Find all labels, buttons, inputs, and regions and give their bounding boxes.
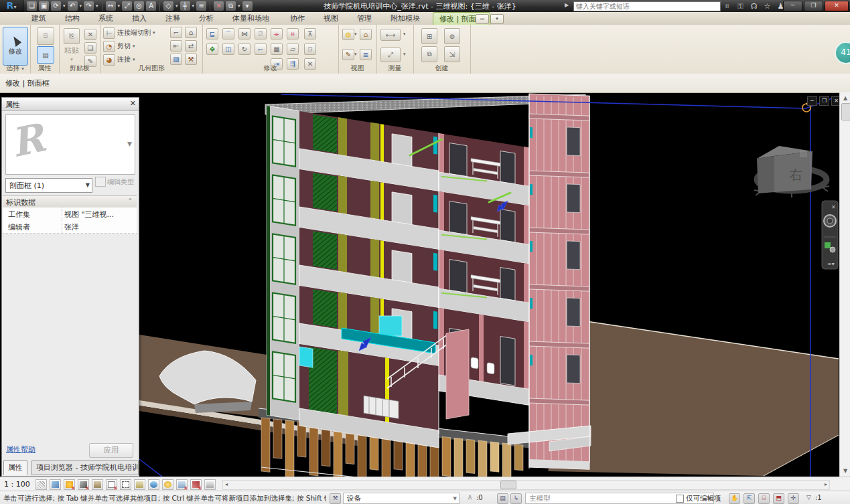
measure-tool-icon[interactable]: ⟷ — [380, 29, 401, 41]
switch-join-order-icon[interactable]: ⇄ — [185, 40, 197, 52]
family-properties-icon[interactable]: ⌸ — [37, 27, 54, 45]
exclude-options-icon[interactable]: ↳ — [510, 493, 522, 504]
mirror-draw-axis-icon[interactable]: ⍁ — [255, 28, 267, 39]
trim-extend-corner-icon[interactable]: ⌐ — [255, 44, 267, 55]
show-rendering-dialog-icon[interactable] — [92, 479, 103, 490]
infocenter-expand-icon[interactable]: ▶ — [565, 2, 569, 8]
measure-icon[interactable]: ↔ — [106, 1, 116, 11]
hidden-lines-icon[interactable]: ≣ — [360, 49, 372, 60]
panel-select-label[interactable]: 选择 ▾ — [0, 64, 30, 73]
tab-view[interactable]: 视图 — [317, 12, 344, 25]
select-by-face-icon[interactable]: ⬒ — [773, 493, 784, 504]
view-restore-icon[interactable]: ❐ — [819, 96, 829, 106]
subscription-center-icon[interactable]: ⚿ — [735, 1, 746, 11]
visual-style-icon[interactable] — [50, 479, 61, 490]
scroll-down-icon[interactable]: ▼ — [840, 466, 850, 476]
tab-massing-site[interactable]: 体量和场地 — [226, 12, 275, 25]
paintbrush-icon[interactable]: ✎ — [342, 49, 354, 60]
create-parts-icon[interactable]: ⧉ — [421, 46, 437, 62]
cope-button[interactable]: ⊢连接端切割▾ — [103, 27, 155, 39]
copy-icon[interactable]: ❏ — [84, 42, 96, 54]
reveal-hidden-elements-icon[interactable] — [162, 479, 173, 490]
tab-manage[interactable]: 管理 — [351, 12, 378, 25]
switch-windows-icon[interactable]: ⧉ — [226, 1, 236, 11]
properties-toggle-icon[interactable]: ▤ — [37, 46, 54, 64]
favorites-icon[interactable]: ☆ — [762, 1, 772, 11]
thin-lines-icon[interactable]: ≡ — [196, 1, 206, 11]
viewcube[interactable]: 右 — [754, 146, 829, 197]
aligned-dimension-icon[interactable]: ⤢ — [122, 1, 132, 11]
navbar-close-icon[interactable]: ✕ — [831, 204, 836, 210]
rotate-icon[interactable]: ↻ — [238, 44, 251, 55]
scroll-right-icon[interactable]: ▸ — [825, 481, 827, 488]
type-selector[interactable]: 剖面框 (1) ▼ — [5, 178, 92, 193]
close-button[interactable]: ✕ — [825, 1, 849, 11]
tab-architecture[interactable]: 建筑 — [25, 12, 52, 25]
scale-icon[interactable]: ▱ — [287, 44, 299, 55]
edit-type-button[interactable]: 编辑类型 — [95, 177, 137, 193]
reveal-constraints-icon[interactable] — [204, 479, 216, 490]
unpin-icon[interactable]: ⊼ — [304, 28, 316, 39]
horizontal-scrollbar-thumb[interactable] — [500, 481, 516, 489]
facade-west[interactable] — [267, 106, 299, 420]
select-pinned-icon[interactable]: ⍈ — [758, 493, 770, 504]
copy-element-icon[interactable]: ◫ — [222, 44, 234, 55]
text-icon[interactable]: A — [146, 1, 156, 11]
communication-center-icon[interactable]: ☊ — [749, 1, 759, 11]
properties-help-link[interactable]: 属性帮助 — [6, 444, 36, 454]
close-inactive-views-icon[interactable]: ✕ — [214, 1, 224, 11]
tab-addins[interactable]: 附加模块 — [384, 12, 426, 25]
apply-button[interactable]: 应用 — [89, 443, 133, 458]
selection-count[interactable]: :1 — [815, 494, 822, 501]
move-icon[interactable]: ✥ — [206, 44, 218, 55]
sync-with-central-icon[interactable]: ⟳ — [51, 1, 61, 11]
ribbon-state-toggle-icon[interactable]: ▭ — [476, 14, 489, 24]
infocenter-search-input[interactable] — [573, 1, 721, 11]
pin-icon[interactable]: ⍈ — [304, 44, 316, 55]
paste-button[interactable]: ⎘ 粘贴▾ — [62, 27, 82, 62]
mirror-pick-axis-icon[interactable]: ⋈ — [238, 28, 251, 39]
properties-palette-header[interactable]: 属性 ✕ — [2, 98, 139, 111]
vertical-scrollbar[interactable]: ▲ ▼ — [839, 92, 850, 477]
search-icon[interactable]: ⌗ — [722, 1, 732, 11]
viewcube-left-face[interactable] — [757, 156, 774, 193]
offset-icon[interactable]: ⌒ — [222, 28, 234, 39]
sun-path-icon[interactable]: ✕ — [64, 479, 75, 490]
split-with-gap-icon[interactable]: ⌗ — [287, 28, 299, 39]
vertical-scrollbar-thumb[interactable] — [841, 103, 850, 120]
customize-quick-access-icon[interactable]: ▾ — [242, 1, 253, 11]
navigation-bar[interactable]: ✕ ≡▾ — [822, 201, 838, 269]
section-cut-left-zone[interactable] — [299, 111, 439, 448]
redo-icon[interactable]: ↷ — [84, 1, 94, 11]
minimize-button[interactable]: ─ — [783, 1, 802, 11]
zoom-icon[interactable] — [825, 242, 831, 248]
view-minimize-icon[interactable]: ─ — [807, 96, 817, 106]
active-workset-select[interactable]: 设备▼ — [343, 493, 459, 504]
array-icon[interactable]: ▦ — [271, 44, 283, 55]
restore-button[interactable]: ❐ — [804, 1, 823, 11]
view-close-icon[interactable]: ✕ — [831, 96, 839, 106]
tab-systems[interactable]: 系统 — [92, 12, 119, 25]
select-underlay-icon[interactable]: ⇱ — [743, 493, 755, 504]
temporary-view-properties-icon[interactable]: ✕ — [176, 479, 188, 490]
wall-joins-icon[interactable]: ⌂ — [185, 27, 197, 38]
ribbon-state-dropdown-icon[interactable]: ▾ — [490, 14, 504, 24]
tab-annotate[interactable]: 注释 — [159, 12, 186, 25]
section-icon[interactable]: ╪ — [180, 1, 190, 11]
default-3d-view-icon[interactable]: ◇ — [163, 1, 173, 11]
undo-icon[interactable]: ↶ — [68, 1, 78, 11]
horizontal-scrollbar[interactable]: ◂ ▸ — [222, 480, 830, 490]
beam-cope-icon[interactable]: ⌐ — [170, 27, 182, 38]
view-scale[interactable]: 1 : 100 — [4, 480, 30, 489]
unjoin-icon[interactable]: ⇤ — [170, 40, 182, 52]
tab-analyze[interactable]: 分析 — [193, 12, 220, 25]
create-assembly-icon[interactable]: ⊚ — [444, 28, 460, 44]
unlocked-view-icon[interactable] — [134, 479, 145, 490]
collapse-icon[interactable]: ⌃ — [127, 197, 133, 204]
create-group-icon[interactable]: ⊞ — [421, 28, 437, 44]
drag-on-selection-icon[interactable]: ✛ — [788, 493, 799, 504]
close-icon[interactable]: ✕ — [130, 99, 136, 108]
tab-properties-palette[interactable]: 属性 — [3, 460, 27, 475]
tab-insert[interactable]: 插入 — [126, 12, 153, 25]
param-row-edited-by[interactable]: 编辑者 张洋 — [3, 220, 137, 234]
